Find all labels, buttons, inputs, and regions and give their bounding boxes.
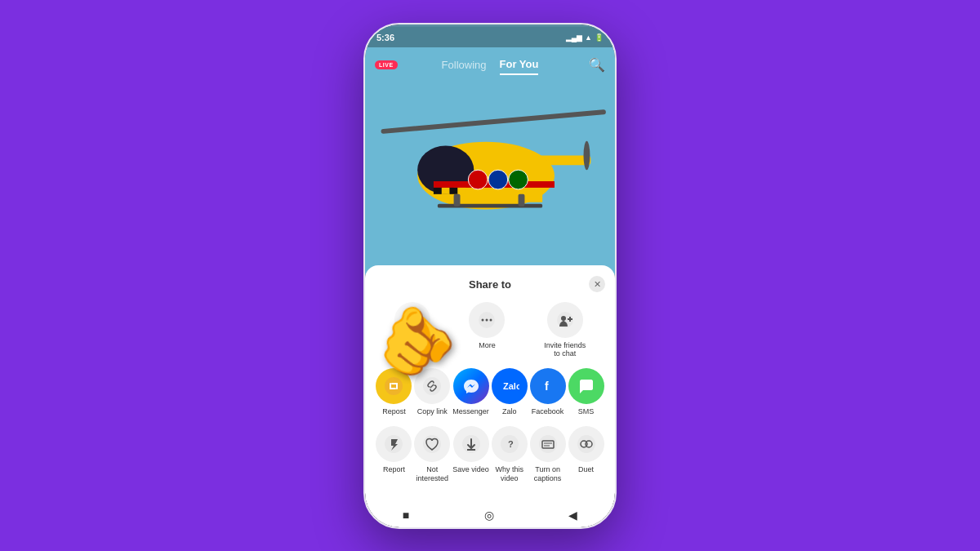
battery-icon: 🔋 (595, 33, 604, 42)
facebook-icon: f (530, 368, 566, 404)
invite-friends-label: Invite friendsto chat (544, 341, 586, 359)
duet-label: Duet (578, 465, 594, 474)
svg-text:?: ? (508, 439, 514, 449)
sms-icon (568, 368, 604, 404)
share-title: Share to (469, 278, 511, 291)
add-story-icon: + (394, 302, 430, 338)
captions-button[interactable]: Turn oncaptions (530, 426, 566, 483)
status-icons: ▂▄▆ ▲ 🔋 (566, 33, 604, 42)
more-button[interactable]: More (469, 302, 505, 359)
close-button[interactable]: ✕ (589, 276, 605, 292)
more-icon (469, 302, 505, 338)
facebook-button[interactable]: f Facebook (530, 368, 566, 416)
svg-text:+: + (409, 314, 415, 326)
status-time: 5:36 (376, 33, 394, 42)
add-story-button[interactable]: + Add toStory (394, 302, 430, 359)
invite-friends-button[interactable]: Invite friendsto chat (544, 302, 586, 359)
svg-rect-11 (442, 187, 450, 193)
svg-point-27 (486, 318, 488, 321)
report-label: Report (383, 465, 405, 474)
facebook-label: Facebook (532, 407, 564, 416)
svg-rect-13 (458, 187, 466, 193)
svg-point-30 (561, 316, 566, 321)
bottom-nav: ■ ◎ ◀ (365, 503, 615, 527)
messenger-label: Messenger (452, 407, 489, 416)
share-row-1: + Add toStory More Invite friendsto chat (375, 302, 605, 359)
svg-point-26 (482, 318, 484, 321)
zalo-icon: Zalo (492, 368, 528, 404)
svg-point-33 (385, 377, 403, 395)
report-button[interactable]: Report (376, 426, 412, 483)
repost-icon (376, 368, 412, 404)
phone-frame: 5:36 ▂▄▆ ▲ 🔋 LIVE Following For You 🔍 (363, 23, 617, 529)
svg-rect-15 (454, 193, 461, 206)
following-tab[interactable]: Following (442, 56, 487, 74)
svg-point-17 (488, 170, 508, 189)
invite-friends-icon (547, 302, 583, 338)
save-video-label: Save video (452, 465, 489, 474)
repost-label: Repost (382, 407, 406, 416)
sms-label: SMS (578, 407, 595, 416)
why-video-button[interactable]: ? Why thisvideo (492, 426, 528, 483)
signal-icon: ▂▄▆ (566, 33, 582, 42)
more-label: More (479, 341, 496, 350)
captions-label: Turn oncaptions (534, 465, 562, 483)
svg-text:f: f (545, 380, 549, 393)
duet-button[interactable]: Duet (568, 426, 604, 483)
home-nav-icon[interactable]: ■ (403, 509, 409, 522)
share-row-2: Repost Copy link Messenger Zalo (375, 368, 605, 416)
zalo-button[interactable]: Zalo Zalo (492, 368, 528, 416)
save-video-button[interactable]: Save video (452, 426, 489, 483)
live-text: LIVE (379, 62, 394, 68)
svg-rect-16 (519, 193, 525, 206)
why-video-label: Why thisvideo (495, 465, 523, 483)
status-bar: 5:36 ▂▄▆ ▲ 🔋 (365, 24, 615, 47)
share-sheet: Share to ✕ + Add toStory (365, 265, 615, 503)
save-video-icon (453, 426, 489, 462)
not-interested-button[interactable]: Notinterested (414, 426, 450, 483)
repost-button[interactable]: Repost (376, 368, 412, 416)
copy-link-label: Copy link (417, 407, 448, 416)
why-video-icon: ? (492, 426, 528, 462)
live-badge: LIVE (375, 60, 398, 69)
copy-link-button[interactable]: Copy link (414, 368, 450, 416)
report-icon (376, 426, 412, 462)
zalo-label: Zalo (502, 407, 517, 416)
top-nav: LIVE Following For You 🔍 (365, 47, 615, 83)
svg-text:Zalo: Zalo (503, 381, 519, 391)
search-icon[interactable]: 🔍 (589, 57, 605, 73)
svg-point-18 (509, 170, 528, 189)
not-interested-icon (414, 426, 450, 462)
not-interested-label: Notinterested (416, 465, 449, 483)
svg-point-19 (468, 170, 488, 189)
back-nav-icon[interactable]: ◀ (568, 509, 577, 522)
phone-screen: 5:36 ▂▄▆ ▲ 🔋 LIVE Following For You 🔍 (365, 24, 615, 527)
nav-tabs: Following For You (442, 55, 539, 75)
svg-rect-12 (450, 187, 458, 193)
for-you-tab[interactable]: For You (500, 55, 539, 75)
duet-icon (568, 426, 604, 462)
svg-rect-14 (438, 203, 542, 207)
messenger-icon (453, 368, 489, 404)
copy-link-icon (414, 368, 450, 404)
svg-point-5 (584, 140, 590, 170)
add-story-label: Add toStory (402, 341, 423, 359)
wifi-icon: ▲ (585, 33, 592, 42)
home-circle-icon[interactable]: ◎ (484, 509, 494, 522)
share-row-3: Report Notinterested Save video ? (375, 426, 605, 483)
share-header: Share to ✕ (375, 278, 605, 291)
sms-button[interactable]: SMS (568, 368, 604, 416)
svg-point-28 (490, 318, 492, 321)
svg-rect-10 (434, 187, 442, 193)
messenger-button[interactable]: Messenger (452, 368, 489, 416)
captions-icon (530, 426, 566, 462)
